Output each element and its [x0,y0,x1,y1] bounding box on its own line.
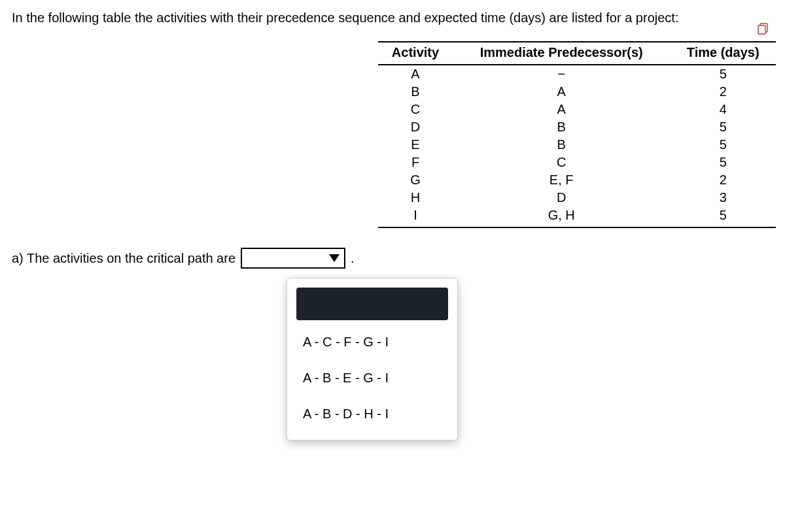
table-cell: B [453,118,670,136]
table-row: A−5 [378,65,776,83]
question-row: a) The activities on the critical path a… [12,248,773,269]
svg-marker-2 [329,254,340,262]
table-row: DB5 [378,118,776,136]
table-cell: E [378,136,453,154]
activity-table: Activity Immediate Predecessor(s) Time (… [378,41,776,228]
table-cell: 2 [670,171,776,189]
table-cell: 5 [670,207,776,227]
copy-icon[interactable] [758,23,769,38]
dropdown-option-3[interactable]: A - B - D - H - I [296,397,448,431]
svg-rect-1 [758,25,765,34]
table-row: HD3 [378,189,776,207]
table-row: EB5 [378,136,776,154]
table-cell: C [453,154,670,171]
table-cell: 5 [670,65,776,83]
table-cell: G [378,171,453,189]
table-row: BA2 [378,83,776,101]
table-cell: B [378,83,453,101]
table-cell: H [378,189,453,207]
table-cell: F [378,154,453,171]
table-cell: D [453,189,670,207]
col-predecessors: Immediate Predecessor(s) [453,42,670,65]
activity-table-container: Activity Immediate Predecessor(s) Time (… [378,41,773,228]
table-cell: 5 [670,154,776,171]
table-cell: − [453,65,670,83]
table-cell: A [453,83,670,101]
question-label: a) The activities on the critical path a… [12,251,236,266]
table-cell: I [378,207,453,227]
table-cell: 4 [670,101,776,118]
table-cell: 5 [670,136,776,154]
table-row: FC5 [378,154,776,171]
table-cell: G, H [453,207,670,227]
table-cell: A [378,65,453,83]
intro-text: In the following table the activities wi… [12,10,773,25]
table-cell: C [378,101,453,118]
dropdown-option-1[interactable]: A - C - F - G - I [296,325,448,359]
table-row: GE, F2 [378,171,776,189]
table-cell: D [378,118,453,136]
question-after: . [351,251,355,266]
chevron-down-icon [328,254,340,263]
col-time: Time (days) [670,42,776,65]
dropdown-options-panel: A - C - F - G - I A - B - E - G - I A - … [287,278,458,441]
table-cell: A [453,101,670,118]
table-row: IG, H5 [378,207,776,227]
col-activity: Activity [378,42,453,65]
critical-path-dropdown[interactable] [241,248,345,269]
dropdown-option-2[interactable]: A - B - E - G - I [296,361,448,395]
table-cell: 5 [670,118,776,136]
dropdown-option-blank[interactable] [296,288,448,320]
table-cell: E, F [453,171,670,189]
table-cell: 3 [670,189,776,207]
table-row: CA4 [378,101,776,118]
table-cell: B [453,136,670,154]
table-cell: 2 [670,83,776,101]
